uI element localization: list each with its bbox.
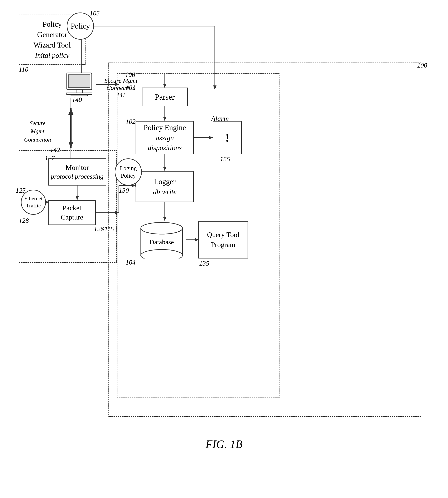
monitor-label-line1: Monitor	[65, 163, 89, 172]
alarm-box-155: !	[213, 121, 242, 154]
label-140: 140	[72, 96, 82, 104]
svg-point-41	[141, 222, 182, 234]
query-tool-box-135: Query Tool Program	[198, 221, 248, 259]
policy-engine-line2: assign	[156, 133, 174, 143]
policy-generator-line4: Inital policy	[35, 50, 69, 61]
monitor-label-line2: protocol processing	[51, 172, 104, 181]
policy-generator-line2: Generator	[37, 29, 67, 40]
logger-line2: db write	[153, 187, 176, 197]
secure-mgmt-left-line2: Mgmt	[31, 128, 44, 134]
label-155: 155	[220, 155, 230, 163]
packet-capture-box-126: Packet Capture	[48, 200, 96, 225]
svg-rect-39	[66, 93, 92, 94]
label-135: 135	[199, 260, 209, 267]
label-106: 106	[125, 71, 135, 78]
label-115: -115	[102, 225, 114, 233]
monitor-box-127: Monitor protocol processing	[48, 158, 106, 186]
logger-line1: Logger	[154, 176, 176, 187]
alarm-exclaim: !	[225, 131, 229, 144]
policy-engine-line3: dispositions	[148, 143, 182, 153]
ethernet-line1: Ethernet	[24, 196, 43, 202]
label-105: 105	[90, 9, 100, 17]
secure-mgmt-left-label: Secure Mgmt Connection	[21, 119, 54, 143]
parser-box-101: Parser	[142, 88, 188, 106]
label-128: 128	[19, 217, 29, 224]
ethernet-line2: Traffic	[26, 202, 41, 209]
svg-point-42	[141, 249, 182, 259]
label-100: 100	[417, 62, 427, 69]
policy-engine-box-102: Policy Engine assign dispositions	[136, 121, 194, 154]
logging-policy-line1: Loging	[120, 165, 137, 171]
database-cylinder-104: Database	[138, 221, 186, 259]
label-104: 104	[126, 259, 136, 266]
policy-generator-line3: Wizard Tool	[33, 40, 71, 50]
secure-mgmt-left-line3: Connection	[24, 136, 51, 143]
secure-mgmt-left-line1: Secure	[30, 120, 45, 126]
svg-marker-6	[68, 109, 73, 115]
label-130: 130	[119, 187, 129, 194]
computer-svg	[63, 71, 96, 98]
policy-generator-line1: Policy	[43, 19, 62, 29]
logger-box-103: Logger db write	[136, 171, 194, 202]
label-110: 110	[19, 66, 28, 73]
figure-caption: FIG. 1B	[0, 438, 448, 451]
svg-text:Database: Database	[149, 238, 174, 246]
packet-capture-line2: Capture	[61, 213, 83, 222]
diagram-container: Policy Generator Wizard Tool Inital poli…	[13, 8, 434, 467]
svg-marker-7	[68, 142, 73, 148]
policy-engine-line1: Policy Engine	[144, 122, 186, 133]
query-tool-line2: Program	[211, 240, 235, 250]
logging-policy-label: Loging Policy	[120, 164, 137, 180]
policy-circle-label: Policy	[71, 22, 90, 31]
logging-policy-circle-130: Loging Policy	[115, 158, 142, 186]
computer-icon	[63, 71, 96, 98]
alarm-title: Alarm	[211, 115, 229, 123]
svg-rect-36	[68, 75, 90, 88]
database-svg: Database	[138, 221, 186, 259]
label-101: 101	[126, 84, 136, 92]
label-127: 127	[45, 154, 55, 162]
query-tool-line1: Query Tool	[207, 230, 240, 240]
logging-policy-line2: Policy	[121, 172, 136, 179]
parser-label: Parser	[155, 92, 175, 102]
figure-caption-text: FIG. 1B	[206, 438, 242, 451]
label-125: 125	[16, 187, 26, 194]
ethernet-traffic-label: Ethernet Traffic	[24, 195, 43, 209]
label-102: 102	[126, 118, 136, 125]
packet-capture-line1: Packet	[63, 203, 81, 213]
